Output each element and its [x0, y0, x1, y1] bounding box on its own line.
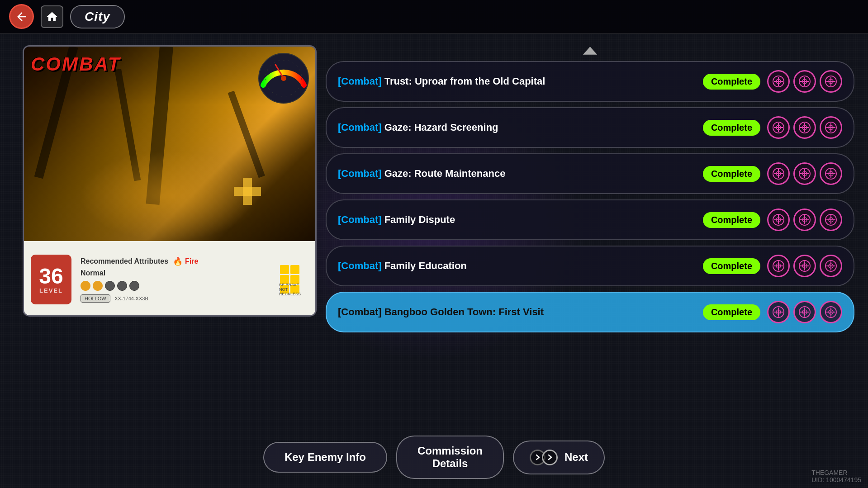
combat-card: COMBAT [23, 45, 317, 317]
reward-circle-3 [820, 255, 842, 277]
mission-name: Bangboo Golden Town: First Visit [382, 306, 544, 317]
reward-icon [824, 305, 838, 319]
code-text: XX-1744-XX3B [114, 296, 148, 301]
mission-bracket: [Combat] [338, 168, 382, 179]
reward-icons [767, 301, 842, 323]
complete-badge: Complete [703, 74, 760, 90]
reward-icon [824, 167, 838, 180]
mission-item[interactable]: [Combat] Gaze: Hazard Screening Complete [326, 107, 854, 148]
mission-item[interactable]: [Combat] Trust: Uproar from the Old Capi… [326, 61, 854, 102]
gauge-svg [256, 51, 311, 105]
top-navigation: City [0, 0, 868, 34]
commission-details-label: CommissionDetails [417, 445, 483, 469]
card-glow [79, 151, 260, 241]
reward-icons [767, 162, 842, 185]
mission-title: [Combat] Gaze: Hazard Screening [338, 121, 696, 134]
reward-circle-1 [767, 255, 790, 277]
next-label: Next [564, 451, 588, 464]
cross-vertical [243, 178, 252, 205]
reward-circle-3 [820, 301, 842, 323]
mission-bracket: [Combat] [338, 76, 382, 87]
mission-item[interactable]: [Combat] Family Dispute Complete [326, 199, 854, 240]
reward-circle-1 [767, 162, 790, 185]
mission-list: [Combat] Trust: Uproar from the Old Capi… [326, 61, 854, 332]
mission-title: [Combat] Trust: Uproar from the Old Capi… [338, 75, 696, 88]
card-info-section: 36 LEVEL Recommended Attributes 🔥 Fire N… [24, 241, 315, 317]
combat-type-label: COMBAT [31, 53, 121, 75]
card-image: COMBAT [24, 47, 315, 241]
circle-arrow-2 [542, 450, 558, 465]
mission-name: Gaze: Route Maintenance [382, 168, 506, 179]
dot-1 [81, 281, 90, 291]
complete-badge: Complete [703, 120, 760, 136]
svg-rect-4 [280, 265, 289, 274]
level-box: 36 LEVEL [31, 255, 71, 304]
mission-title: [Combat] Gaze: Route Maintenance [338, 167, 696, 180]
reward-icon [798, 121, 811, 134]
arrow-icon-2 [546, 454, 554, 461]
reward-circle-3 [820, 116, 842, 139]
dot-3 [105, 281, 115, 291]
reward-icon [772, 305, 785, 319]
attributes-section: Recommended Attributes 🔥 Fire Normal HOL… [81, 256, 270, 303]
mission-name: Trust: Uproar from the Old Capital [382, 76, 545, 87]
fire-icon: 🔥 [173, 256, 183, 266]
dot-5 [129, 281, 139, 291]
reward-icon [824, 121, 838, 134]
site-name: THEGAMER [811, 469, 847, 476]
mission-title: [Combat] Family Education [338, 260, 696, 273]
commission-details-button[interactable]: CommissionDetails [396, 436, 504, 479]
mission-title: [Combat] Family Dispute [338, 213, 696, 227]
reward-circle-1 [767, 208, 790, 231]
reward-icon [772, 167, 785, 180]
watermark: THEGAMER UID: 1000474195 [811, 469, 861, 483]
mission-name: Family Dispute [382, 214, 455, 225]
brave-text: BE BRAVE NOT RECKLESS [279, 283, 308, 296]
mission-name: Family Education [382, 260, 467, 271]
reward-circle-3 [820, 162, 842, 185]
mission-item-selected[interactable]: [Combat] Bangboo Golden Town: First Visi… [326, 292, 854, 332]
reward-icon [772, 213, 785, 227]
reward-circle-2 [793, 162, 816, 185]
svg-point-2 [281, 76, 286, 81]
difficulty-label: Normal [81, 269, 270, 277]
fire-badge: 🔥 Fire [173, 256, 198, 266]
reward-circle-1 [767, 70, 790, 93]
mission-item[interactable]: [Combat] Gaze: Route Maintenance Complet… [326, 153, 854, 194]
dot-2 [93, 281, 103, 291]
cross-symbol [234, 178, 261, 205]
reward-circle-1 [767, 301, 790, 323]
mission-name: Gaze: Hazard Screening [382, 122, 498, 133]
key-enemy-info-button[interactable]: Key Enemy Info [263, 442, 387, 473]
home-icon [46, 10, 58, 23]
reward-icon [824, 259, 838, 273]
mission-item[interactable]: [Combat] Family Education Complete [326, 246, 854, 286]
reward-icons [767, 208, 842, 231]
mission-bracket: [Combat] [338, 214, 382, 225]
reward-icon [772, 259, 785, 273]
back-button[interactable] [9, 4, 34, 29]
scroll-up-indicator[interactable] [326, 45, 854, 57]
mission-bracket: [Combat] [338, 260, 382, 271]
next-icon-group [530, 450, 558, 465]
mission-title: [Combat] Bangboo Golden Town: First Visi… [338, 306, 696, 319]
reward-icons [767, 70, 842, 93]
reward-circle-2 [793, 116, 816, 139]
reward-circle-2 [793, 301, 816, 323]
reward-circle-3 [820, 208, 842, 231]
complete-badge: Complete [703, 166, 760, 182]
next-button[interactable]: Next [513, 441, 605, 474]
reward-circle-2 [793, 208, 816, 231]
reward-icons [767, 255, 842, 277]
level-text: LEVEL [39, 287, 63, 294]
reward-icon [798, 167, 811, 180]
svg-marker-10 [583, 47, 598, 55]
complete-badge: Complete [703, 304, 760, 320]
location-label: City [70, 5, 125, 28]
reward-icons [767, 116, 842, 139]
reward-icon-2 [798, 75, 811, 88]
dot-4 [117, 281, 127, 291]
fire-label: Fire [185, 257, 198, 265]
home-button[interactable] [41, 5, 63, 28]
reward-icon-3 [824, 75, 838, 88]
